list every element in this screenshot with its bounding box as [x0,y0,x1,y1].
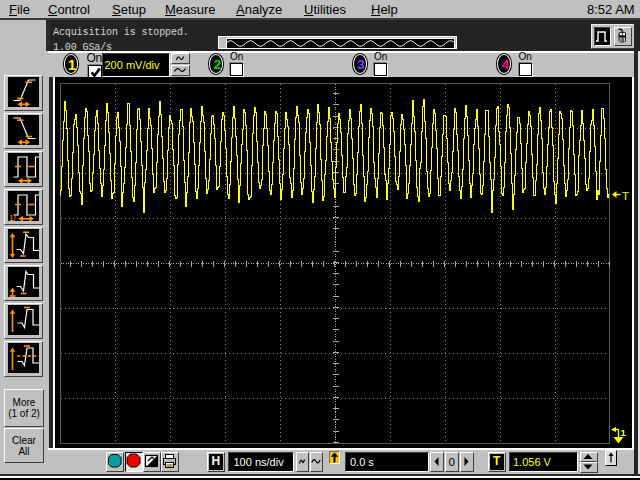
svg-text:1/: 1/ [9,213,17,221]
svg-text:1: 1 [621,427,627,438]
svg-text:T: T [622,190,629,202]
